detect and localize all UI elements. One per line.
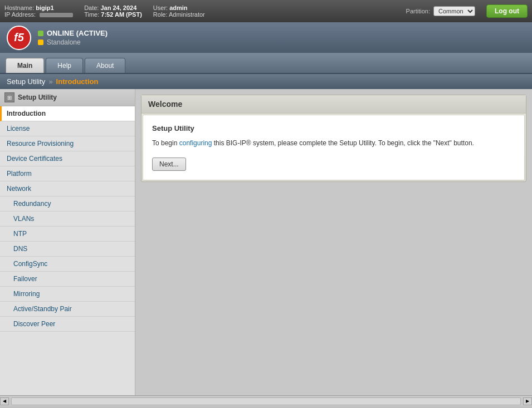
desc-start: To begin [152, 139, 179, 147]
datetime-info: Date: Jan 24, 2024 Time: 7:52 AM (PST) [84, 4, 142, 18]
breadcrumb-separator: » [48, 77, 52, 86]
user-row: User: admin [153, 4, 205, 11]
breadcrumb-bar: Setup Utility » Introduction [0, 74, 532, 89]
sidebar-item-network[interactable]: Network [0, 181, 135, 196]
online-status: ONLINE (ACTIVE) [38, 29, 108, 37]
sidebar: ⊞ Setup Utility Introduction License Res… [0, 89, 135, 395]
sidebar-item-ntp[interactable]: NTP [0, 227, 135, 242]
welcome-header: Welcome [141, 95, 526, 114]
welcome-card: Welcome Setup Utility To begin configuri… [141, 95, 526, 182]
sidebar-title: Setup Utility [18, 94, 57, 101]
f5-logo: f5 [7, 26, 31, 50]
hostname-info: Hostname: bigip1 IP Address: [4, 4, 73, 18]
standalone-dot [38, 40, 43, 45]
tab-about[interactable]: About [85, 58, 125, 73]
sidebar-item-mirroring[interactable]: Mirroring [0, 287, 135, 302]
role-row: Role: Administrator [153, 11, 205, 18]
bottom-scrollbar[interactable]: ◀ ▶ [0, 395, 532, 406]
tab-help[interactable]: Help [46, 58, 83, 73]
scrollbar-track[interactable] [11, 397, 521, 405]
tab-main[interactable]: Main [6, 58, 44, 73]
scroll-right-arrow[interactable]: ▶ [523, 397, 532, 405]
setup-utility-title: Setup Utility [152, 124, 515, 132]
standalone-row: Standalone [38, 38, 108, 46]
sidebar-item-dns[interactable]: DNS [0, 242, 135, 257]
time-row: Time: 7:52 AM (PST) [84, 11, 142, 18]
sidebar-item-vlans[interactable]: VLANs [0, 212, 135, 227]
setup-description: To begin configuring this BIG-IP® system… [152, 138, 515, 149]
sidebar-item-platform[interactable]: Platform [0, 166, 135, 181]
sidebar-item-device-certificates[interactable]: Device Certificates [0, 151, 135, 166]
top-bar: Hostname: bigip1 IP Address: Date: Jan 2… [0, 0, 532, 22]
sidebar-item-license[interactable]: License [0, 121, 135, 136]
standalone-text: Standalone [47, 38, 81, 46]
brand-header: f5 ONLINE (ACTIVE) Standalone [0, 22, 532, 53]
breadcrumb-current: Introduction [56, 77, 99, 86]
desc-end: this BIG-IP® system, please complete the… [212, 139, 474, 147]
scroll-left-arrow[interactable]: ◀ [0, 397, 9, 405]
content-panel: Welcome Setup Utility To begin configuri… [135, 89, 532, 395]
sidebar-header: ⊞ Setup Utility [0, 89, 135, 106]
next-button[interactable]: Next... [152, 158, 186, 171]
sidebar-item-configsync[interactable]: ConfigSync [0, 257, 135, 272]
online-dot [38, 31, 43, 36]
breadcrumb-root: Setup Utility [7, 77, 45, 86]
user-info: User: admin Role: Administrator [153, 4, 205, 18]
main-content: ⊞ Setup Utility Introduction License Res… [0, 89, 532, 395]
logout-button[interactable]: Log out [486, 4, 528, 18]
sidebar-item-redundancy[interactable]: Redundancy [0, 196, 135, 212]
online-text: ONLINE (ACTIVE) [47, 29, 108, 37]
desc-link[interactable]: configuring [179, 139, 212, 147]
sidebar-item-failover[interactable]: Failover [0, 272, 135, 287]
status-section: ONLINE (ACTIVE) Standalone [38, 29, 108, 46]
sidebar-item-active-standby[interactable]: Active/Standby Pair [0, 302, 135, 317]
welcome-body: Setup Utility To begin configuring this … [143, 115, 525, 180]
sidebar-icon: ⊞ [4, 92, 14, 102]
hostname-row: Hostname: bigip1 [4, 4, 73, 11]
sidebar-item-resource-provisioning[interactable]: Resource Provisioning [0, 136, 135, 151]
sidebar-item-introduction[interactable]: Introduction [0, 106, 135, 121]
ip-row: IP Address: [4, 11, 73, 18]
date-row: Date: Jan 24, 2024 [84, 4, 142, 11]
sidebar-item-discover-peer[interactable]: Discover Peer [0, 317, 135, 332]
partition-select[interactable]: Common [433, 6, 475, 16]
nav-tabs: Main Help About [0, 53, 532, 74]
partition-section: Partition: Common [406, 6, 475, 16]
